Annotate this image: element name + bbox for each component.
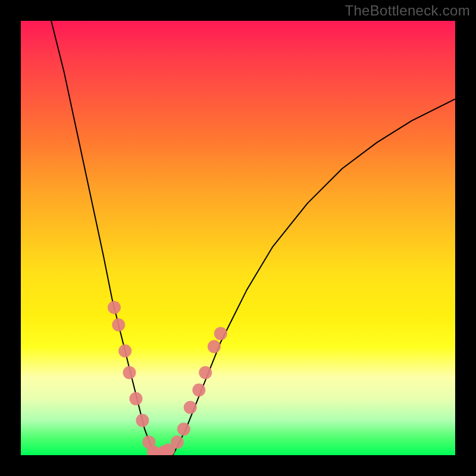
chart-frame: TheBottleneck.com bbox=[0, 0, 476, 476]
watermark-text: TheBottleneck.com bbox=[345, 2, 470, 19]
plot-background bbox=[21, 21, 455, 455]
